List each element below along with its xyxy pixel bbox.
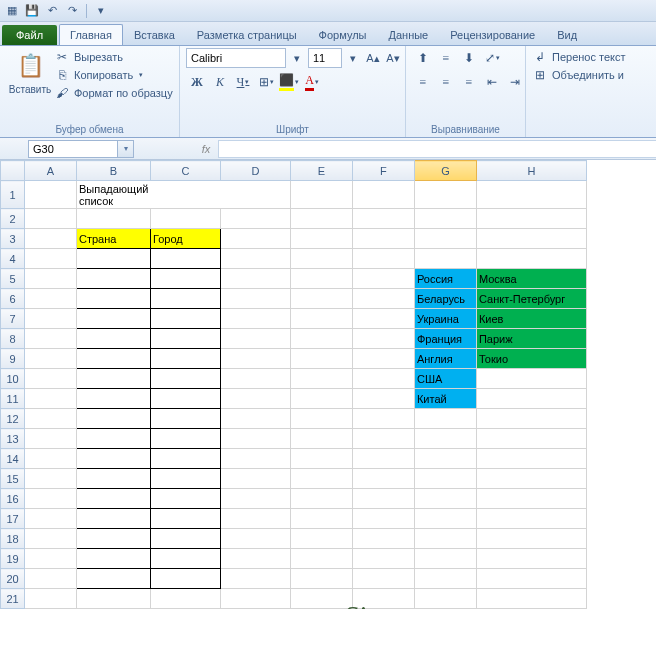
cell-F2[interactable] xyxy=(352,209,414,229)
cell-D10[interactable] xyxy=(220,369,290,389)
cell-B7[interactable] xyxy=(77,309,151,329)
wrap-text-button[interactable]: ↲Перенос текст xyxy=(532,48,626,66)
cell-B10[interactable] xyxy=(77,369,151,389)
font-dd-icon[interactable]: ▾ xyxy=(288,48,306,68)
cell-B3[interactable]: Страна xyxy=(77,229,151,249)
name-box-dropdown[interactable]: ▾ xyxy=(118,140,134,158)
cell-F21[interactable] xyxy=(352,589,414,609)
cell-A18[interactable] xyxy=(25,529,77,549)
cell-E14[interactable] xyxy=(290,449,352,469)
cell-G4[interactable] xyxy=(414,249,476,269)
cell-C13[interactable] xyxy=(150,429,220,449)
row-header-3[interactable]: 3 xyxy=(1,229,25,249)
cell-A2[interactable] xyxy=(25,209,77,229)
grow-font-icon[interactable]: A▴ xyxy=(364,48,382,68)
cell-C19[interactable] xyxy=(150,549,220,569)
cell-E4[interactable] xyxy=(290,249,352,269)
cell-G3[interactable] xyxy=(414,229,476,249)
format-painter-button[interactable]: 🖌Формат по образцу xyxy=(54,84,173,102)
tab-insert[interactable]: Вставка xyxy=(123,24,186,45)
cell-D14[interactable] xyxy=(220,449,290,469)
cell-C18[interactable] xyxy=(150,529,220,549)
qat-customize-icon[interactable]: ▾ xyxy=(93,3,109,19)
cell-G13[interactable] xyxy=(414,429,476,449)
cell-C4[interactable] xyxy=(150,249,220,269)
cell-B4[interactable] xyxy=(77,249,151,269)
cell-G20[interactable] xyxy=(414,569,476,589)
align-center-icon[interactable]: ≡ xyxy=(435,72,457,92)
cell-B18[interactable] xyxy=(77,529,151,549)
cell-F18[interactable] xyxy=(352,529,414,549)
cell-G8[interactable]: Франция xyxy=(414,329,476,349)
tab-review[interactable]: Рецензирование xyxy=(439,24,546,45)
cell-A4[interactable] xyxy=(25,249,77,269)
undo-icon[interactable]: ↶ xyxy=(44,3,60,19)
cell-H19[interactable] xyxy=(476,549,586,569)
cell-H3[interactable] xyxy=(476,229,586,249)
cell-H12[interactable] xyxy=(476,409,586,429)
row-header-10[interactable]: 10 xyxy=(1,369,25,389)
cell-E13[interactable] xyxy=(290,429,352,449)
cell-B9[interactable] xyxy=(77,349,151,369)
cell-D20[interactable] xyxy=(220,569,290,589)
cell-D17[interactable] xyxy=(220,509,290,529)
row-header-4[interactable]: 4 xyxy=(1,249,25,269)
row-header-11[interactable]: 11 xyxy=(1,389,25,409)
align-right-icon[interactable]: ≡ xyxy=(458,72,480,92)
col-header-G[interactable]: G xyxy=(414,161,476,181)
font-color-button[interactable]: A▾ xyxy=(301,72,323,92)
col-header-H[interactable]: H xyxy=(476,161,586,181)
cell-D13[interactable] xyxy=(220,429,290,449)
cell-A11[interactable] xyxy=(25,389,77,409)
paste-button[interactable]: 📋 Вставить xyxy=(6,48,54,97)
cell-H5[interactable]: Москва xyxy=(476,269,586,289)
cell-G5[interactable]: Россия xyxy=(414,269,476,289)
cell-C20[interactable] xyxy=(150,569,220,589)
cell-G19[interactable] xyxy=(414,549,476,569)
cell-D18[interactable] xyxy=(220,529,290,549)
cell-C8[interactable] xyxy=(150,329,220,349)
cell-A7[interactable] xyxy=(25,309,77,329)
cell-A13[interactable] xyxy=(25,429,77,449)
cell-C6[interactable] xyxy=(150,289,220,309)
bold-button[interactable]: Ж xyxy=(186,72,208,92)
select-all[interactable] xyxy=(1,161,25,181)
cell-D6[interactable] xyxy=(220,289,290,309)
tab-page-layout[interactable]: Разметка страницы xyxy=(186,24,308,45)
cell-H4[interactable] xyxy=(476,249,586,269)
row-header-1[interactable]: 1 xyxy=(1,181,25,209)
cell-E5[interactable] xyxy=(290,269,352,289)
cell-H17[interactable] xyxy=(476,509,586,529)
cell-G12[interactable] xyxy=(414,409,476,429)
col-header-E[interactable]: E xyxy=(290,161,352,181)
row-header-6[interactable]: 6 xyxy=(1,289,25,309)
row-header-14[interactable]: 14 xyxy=(1,449,25,469)
cell-C1[interactable] xyxy=(150,181,220,209)
col-header-B[interactable]: B xyxy=(77,161,151,181)
formula-bar[interactable] xyxy=(218,140,656,158)
cut-button[interactable]: ✂Вырезать xyxy=(54,48,173,66)
cell-D8[interactable] xyxy=(220,329,290,349)
cell-B14[interactable] xyxy=(77,449,151,469)
col-header-F[interactable]: F xyxy=(352,161,414,181)
cell-E20[interactable] xyxy=(290,569,352,589)
merge-button[interactable]: ⊞Объединить и xyxy=(532,66,624,84)
cell-G14[interactable] xyxy=(414,449,476,469)
cell-E12[interactable] xyxy=(290,409,352,429)
cell-B17[interactable] xyxy=(77,509,151,529)
cell-D9[interactable] xyxy=(220,349,290,369)
fill-color-button[interactable]: ⬛▾ xyxy=(278,72,300,92)
cell-F8[interactable] xyxy=(352,329,414,349)
cell-C12[interactable] xyxy=(150,409,220,429)
cell-G10[interactable]: США xyxy=(414,369,476,389)
redo-icon[interactable]: ↷ xyxy=(64,3,80,19)
cell-C21[interactable] xyxy=(150,589,220,609)
cell-F19[interactable] xyxy=(352,549,414,569)
cell-D1[interactable] xyxy=(220,181,290,209)
row-header-15[interactable]: 15 xyxy=(1,469,25,489)
row-header-19[interactable]: 19 xyxy=(1,549,25,569)
cell-G6[interactable]: Беларусь xyxy=(414,289,476,309)
cell-B21[interactable] xyxy=(77,589,151,609)
cell-G18[interactable] xyxy=(414,529,476,549)
cell-E2[interactable] xyxy=(290,209,352,229)
